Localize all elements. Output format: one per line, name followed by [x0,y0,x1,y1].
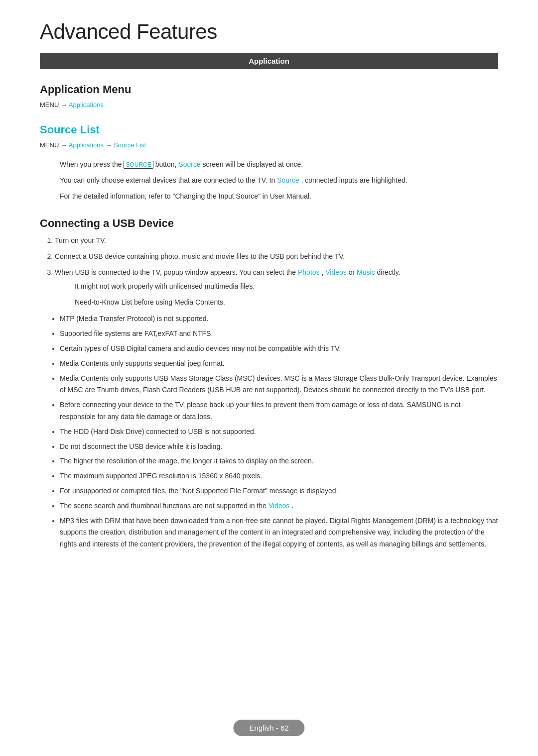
bullet-12-post: . [291,502,293,510]
bullet-4: Media Contents only supports sequential … [60,358,498,370]
bullet-2: Supported file systems are FAT,exFAT and… [60,328,498,340]
source-list-content: When you press the SOURCE button, Source… [60,159,498,202]
usb-step-3-music: Music [357,268,375,276]
usb-step-3: When USB is connected to the TV, popup w… [55,267,498,308]
breadcrumb-menu: MENU [40,101,59,108]
usb-step-3-videos: Videos [325,268,347,276]
bullet-3: Certain types of USB Digital camera and … [60,343,498,355]
source-list-title: Source List [40,123,498,136]
footer-text: English - 62 [249,724,288,732]
sub-note-1: It might not work properly with unlicens… [75,281,498,293]
usb-section-title: Connecting a USB Device [40,217,498,230]
usb-step-1: Turn on your TV. [55,235,498,247]
usb-step-3-subnotes: It might not work properly with unlicens… [75,281,498,309]
breadcrumb-sourcelist-link[interactable]: Source List [114,141,146,149]
usb-step-2: Connect a USB device containing photo, m… [55,251,498,263]
usb-section: Connecting a USB Device Turn on your TV.… [40,217,498,550]
usb-step-3-post: directly. [377,268,401,276]
page-title: Advanced Features [40,20,498,44]
bullet-9: The higher the resolution of the image, … [60,455,498,467]
bullet-6: Before connecting your device to the TV,… [60,399,498,423]
page-footer: English - 62 [233,720,304,736]
para1-pre: When you press the [60,160,124,168]
sub-note-2: Need-to-Know List before using Media Con… [75,297,498,309]
usb-bullet-list: MTP (Media Transfer Protocol) is not sup… [50,313,498,550]
breadcrumb-sep2b: → [106,141,114,149]
bullet-5: Media Contents only supports USB Mass St… [60,373,498,397]
para1-mid: button, [155,160,179,168]
bullet-12-videos: Videos [269,502,290,510]
section-header-label: Application [249,57,289,65]
usb-step-3-photos: Photos [298,268,320,276]
breadcrumb-sep: → [61,101,69,108]
usb-step-3-mid2: or [349,268,357,276]
source-button-label: SOURCE [124,161,153,169]
usb-step-3-pre: When USB is connected to the TV, popup w… [55,268,298,276]
application-menu-title: Application Menu [40,83,498,96]
usb-step-1-text: Turn on your TV. [55,236,106,244]
application-menu-breadcrumb: MENU → Applications [40,101,498,108]
bullet-11: For unsupported or corrupted files, the … [60,485,498,497]
bullet-13: MP3 files with DRM that have been downlo… [60,515,498,550]
breadcrumb-menu2: MENU [40,141,59,149]
source-list-para3: For the detailed information, refer to "… [60,191,498,203]
bullet-1: MTP (Media Transfer Protocol) is not sup… [60,313,498,325]
bullet-8: Do not disconnect the USB device while i… [60,441,498,453]
breadcrumb-sep2a: → [61,141,69,149]
application-menu-section: Application Menu MENU → Applications [40,83,498,108]
para2-post: , connected inputs are highlighted. [301,176,407,184]
breadcrumb-applications-link2[interactable]: Applications [69,141,104,149]
bullet-10: The maximum supported JPEG resolution is… [60,470,498,482]
bullet-12: The scene search and thumbnail functions… [60,500,498,512]
source-list-section: Source List MENU → Applications → Source… [40,123,498,202]
section-header-bar: Application [40,53,498,69]
usb-steps-list: Turn on your TV. Connect a USB device co… [50,235,498,308]
para2-pre: You can only choose external devices tha… [60,176,277,184]
para1-post: screen will be displayed at once. [203,160,303,168]
para1-source2: Source [178,160,200,168]
para2-source: Source [277,176,299,184]
bullet-7: The HDD (Hard Disk Drive) connected to U… [60,426,498,438]
bullet-12-pre: The scene search and thumbnail functions… [60,502,269,510]
page-container: Advanced Features Application Applicatio… [0,0,538,605]
source-list-para2: You can only choose external devices tha… [60,175,498,187]
source-list-breadcrumb: MENU → Applications → Source List [40,141,498,149]
source-list-para1: When you press the SOURCE button, Source… [60,159,498,171]
breadcrumb-applications-link[interactable]: Applications [69,101,104,108]
usb-step-2-text: Connect a USB device containing photo, m… [55,252,345,260]
